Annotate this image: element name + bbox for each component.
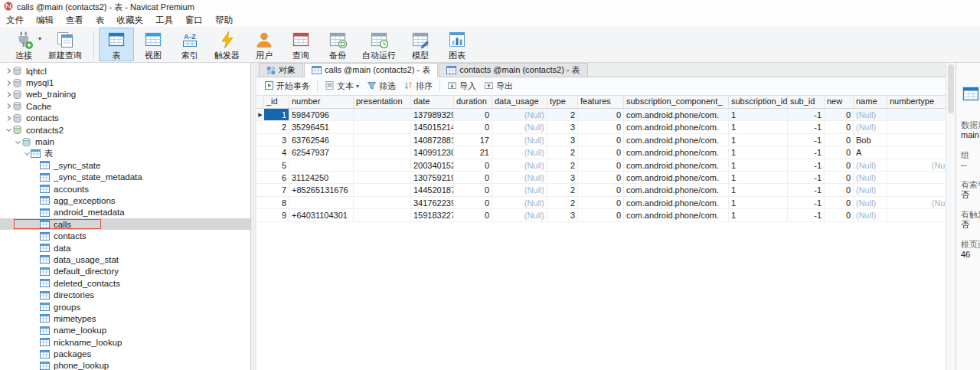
tree-item-mysql1[interactable]: mysql1 [0, 77, 250, 88]
cell-subscription_id[interactable]: 1 [729, 134, 788, 146]
cell-subscription_component_[interactable]: com.android.phone/com. [624, 109, 729, 120]
cell-date[interactable]: 341762239 [411, 197, 454, 208]
tree-item-contacts2[interactable]: contacts2 [0, 124, 250, 136]
gridbar-export-button[interactable]: 导出 [480, 79, 517, 93]
menu-favorites[interactable]: 收藏夹 [111, 14, 150, 27]
cell-name[interactable]: A [854, 146, 887, 158]
tree-item-contacts[interactable]: contacts [0, 113, 250, 124]
cell-features[interactable]: 0 [578, 159, 624, 171]
cell-new[interactable]: 0 [825, 121, 854, 133]
cell-duration[interactable]: 0 [454, 184, 492, 195]
cell-subscription_id[interactable]: 1 [729, 172, 788, 183]
column-header-name[interactable]: name [854, 96, 887, 108]
cell-number[interactable]: 63762546 [289, 134, 354, 146]
toolbar-query-button[interactable]: 查询 [283, 28, 318, 61]
cell-number[interactable]: +85265131676 [289, 184, 354, 195]
table-row[interactable]: 7+852651316761445201870(Null)20com.andro… [256, 184, 946, 196]
cell-date[interactable]: 144520187 [411, 184, 454, 195]
cell-_id[interactable]: 7 [264, 184, 289, 195]
cell-duration[interactable]: 21 [454, 146, 492, 158]
grid-vertical-scrollbar[interactable] [946, 63, 956, 370]
row-selector-cell[interactable] [256, 134, 264, 146]
tab-objects[interactable]: 对象 [259, 63, 303, 77]
table-row[interactable]: ▶1598470961379893290(Null)20com.android.… [256, 109, 946, 121]
cell-presentation[interactable] [354, 146, 411, 158]
toolbar-table-button[interactable]: 表 [99, 28, 134, 61]
toolbar-trigger-button[interactable]: 触发器 [209, 28, 245, 61]
tree-item-accounts[interactable]: accounts [0, 183, 250, 195]
column-header-subscription_component_[interactable]: subscription_component_ [624, 96, 729, 108]
menu-tools[interactable]: 工具 [149, 14, 179, 27]
cell-name[interactable]: (Null) [854, 109, 887, 120]
table-row[interactable]: 83417622390(Null)20com.android.phone/com… [256, 197, 946, 209]
menu-file[interactable]: 文件 [0, 14, 30, 27]
cell-numbertype[interactable]: (Null) [887, 197, 946, 208]
cell-presentation[interactable] [354, 197, 411, 208]
row-selector-cell[interactable] [256, 197, 264, 208]
cell-new[interactable]: 0 [825, 184, 854, 195]
menu-window[interactable]: 窗口 [179, 14, 209, 27]
cell-name[interactable]: (Null) [854, 159, 887, 171]
column-header-subscription_id[interactable]: subscription_id [729, 96, 788, 108]
cell-features[interactable]: 0 [578, 184, 624, 195]
cell-_id[interactable]: 3 [264, 134, 289, 146]
tree-item-lqhtcl[interactable]: lqhtcl [0, 65, 250, 77]
tree-item-android_metadata[interactable]: android_metadata [0, 207, 250, 218]
chevron-down-icon[interactable] [5, 126, 12, 133]
cell-numbertype[interactable] [887, 209, 946, 221]
tree-item-agg_exceptions[interactable]: agg_exceptions [0, 195, 250, 206]
cell-subscription_id[interactable]: 1 [729, 197, 788, 208]
column-header-numbertype[interactable]: numbertype [887, 96, 946, 108]
cell-subscription_component_[interactable]: com.android.phone/com. [624, 121, 729, 133]
cell-subscription_component_[interactable]: com.android.phone/com. [624, 184, 729, 195]
cell-features[interactable]: 0 [578, 172, 624, 183]
row-selector-cell[interactable] [256, 159, 264, 171]
cell-new[interactable]: 0 [825, 109, 854, 120]
column-header-sub_id[interactable]: sub_id [788, 96, 825, 108]
cell-presentation[interactable] [354, 159, 411, 171]
tree-item-default_directory[interactable]: default_directory [0, 266, 250, 277]
toolbar-user-button[interactable]: 用户 [247, 28, 282, 61]
cell-sub_id[interactable]: -1 [788, 172, 825, 183]
cell-presentation[interactable] [354, 121, 411, 133]
cell-type[interactable]: 3 [547, 172, 578, 183]
cell-new[interactable]: 0 [825, 159, 854, 171]
cell-duration[interactable]: 0 [454, 209, 492, 221]
row-selector-cell[interactable] [256, 209, 264, 221]
cell-numbertype[interactable] [887, 184, 946, 195]
row-selector-cell[interactable] [256, 172, 264, 183]
cell-type[interactable]: 2 [547, 109, 578, 120]
toolbar-chart-button[interactable]: 图表 [439, 28, 475, 61]
table-row[interactable]: 36376254614087288117(Null)30com.android.… [256, 134, 946, 146]
cell-features[interactable]: 0 [578, 146, 624, 158]
row-selector-cell[interactable] [256, 121, 264, 133]
chevron-down-icon[interactable] [23, 150, 31, 157]
cell-name[interactable]: (Null) [854, 209, 887, 221]
column-header-data_usage[interactable]: data_usage [492, 96, 547, 108]
tree-item-calls[interactable]: calls [0, 218, 250, 230]
toolbar-index-button[interactable]: A-Z索引 [172, 28, 207, 61]
cell-sub_id[interactable]: -1 [788, 134, 825, 146]
cell-number[interactable]: 31124250 [289, 172, 354, 183]
tree-item-name_lookup[interactable]: name_lookup [0, 325, 250, 336]
cell-sub_id[interactable]: -1 [788, 159, 825, 171]
cell-_id[interactable]: 8 [264, 197, 289, 208]
cell-subscription_id[interactable]: 1 [729, 209, 788, 221]
cell-data_usage[interactable]: (Null) [492, 172, 547, 183]
cell-name[interactable]: (Null) [854, 121, 887, 133]
menu-table[interactable]: 表 [90, 14, 111, 27]
cell-duration[interactable]: 0 [454, 109, 492, 120]
tree-item-web_training[interactable]: web_training [0, 89, 250, 100]
tree-item-deleted_contacts[interactable]: deleted_contacts [0, 277, 250, 289]
table-row[interactable]: 6311242501307592190(Null)30com.android.p… [256, 172, 946, 184]
cell-duration[interactable]: 0 [454, 121, 492, 133]
cell-numbertype[interactable] [887, 172, 946, 183]
cell-numbertype[interactable] [887, 134, 946, 146]
chevron-right-icon[interactable] [5, 115, 12, 122]
tree-item-data[interactable]: data [0, 242, 250, 254]
cell-sub_id[interactable]: -1 [788, 146, 825, 158]
cell-subscription_component_[interactable]: com.android.phone/com. [624, 134, 729, 146]
cell-data_usage[interactable]: (Null) [492, 197, 547, 208]
cell-new[interactable]: 0 [825, 134, 854, 146]
column-header-features[interactable]: features [578, 96, 624, 108]
